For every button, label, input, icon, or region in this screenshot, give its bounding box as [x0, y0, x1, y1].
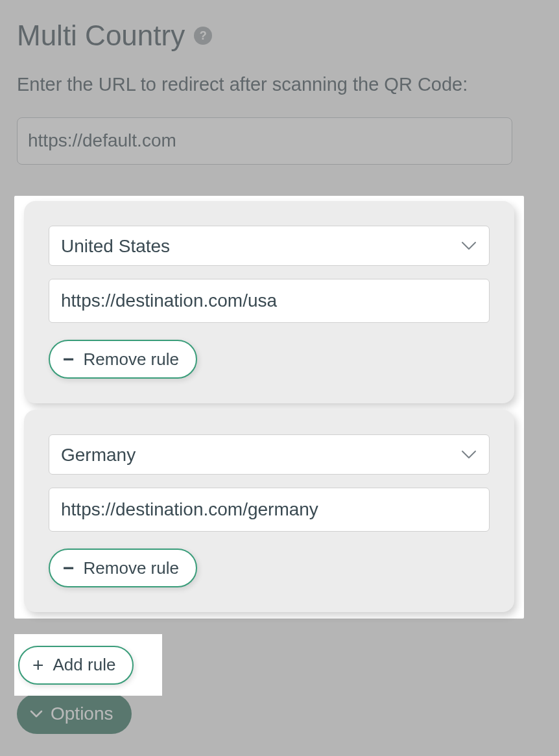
destination-url-input[interactable]: [49, 279, 490, 323]
rules-panel: United States − Remove rule Germany − Re…: [14, 196, 524, 619]
default-url-input[interactable]: [17, 117, 512, 165]
page-title: Multi Country: [17, 19, 185, 52]
instruction-text: Enter the URL to redirect after scanning…: [17, 70, 542, 99]
remove-rule-label: Remove rule: [84, 558, 179, 578]
add-rule-panel: + Add rule: [14, 634, 162, 696]
rule-card: Germany − Remove rule: [24, 410, 514, 612]
plus-icon: +: [32, 656, 44, 675]
minus-icon: −: [63, 349, 75, 369]
destination-url-input[interactable]: [49, 488, 490, 532]
country-select[interactable]: United States: [49, 226, 490, 266]
remove-rule-label: Remove rule: [84, 349, 179, 370]
options-button[interactable]: Options: [17, 694, 132, 734]
help-icon[interactable]: ?: [194, 27, 212, 45]
rule-card: United States − Remove rule: [24, 201, 514, 403]
minus-icon: −: [63, 558, 75, 578]
country-select[interactable]: Germany: [49, 434, 490, 475]
remove-rule-button[interactable]: − Remove rule: [49, 340, 197, 379]
remove-rule-button[interactable]: − Remove rule: [49, 549, 197, 587]
chevron-down-icon: [30, 710, 43, 718]
add-rule-label: Add rule: [53, 655, 116, 675]
add-rule-button[interactable]: + Add rule: [18, 646, 134, 685]
options-label: Options: [51, 703, 113, 724]
